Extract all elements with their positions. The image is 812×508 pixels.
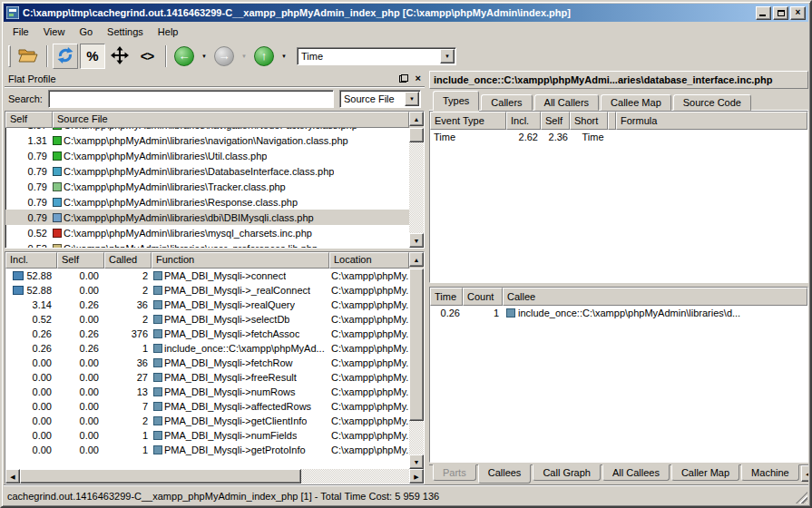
tab-all-callers[interactable]: All Callers [534, 94, 600, 111]
menu-settings[interactable]: Settings [100, 24, 151, 40]
file-row[interactable]: 0.79C:\xampp\phpMyAdmin\libraries\Util.c… [5, 148, 409, 163]
function-row[interactable]: 52.880.002PMA_DBI_Mysqli->connectC:\xamp… [5, 269, 409, 283]
up-dropdown[interactable]: ▼ [279, 46, 289, 66]
scrollbar-thumb[interactable] [20, 469, 301, 484]
open-file-button[interactable] [15, 44, 41, 69]
cell-self: 0.00 [57, 285, 104, 296]
column-header-function[interactable]: Function [152, 252, 329, 269]
scroll-left-button[interactable]: ◀ [5, 469, 20, 484]
menu-file[interactable]: File [5, 24, 36, 40]
tab-parts[interactable]: Parts [433, 464, 476, 481]
function-row[interactable]: 0.000.001PMA_DBI_Mysqli->numFieldsC:\xam… [5, 428, 409, 443]
grouping-combo[interactable]: Source File ▼ [339, 90, 421, 108]
column-header-time[interactable]: Time [430, 288, 463, 306]
callee-row[interactable]: 0.261include_once::C:\xampp\phpMyAdmin\l… [430, 306, 807, 320]
column-header-formula[interactable]: Formula [616, 112, 807, 130]
file-row[interactable]: 0.52C:\xampp\phpMyAdmin\libraries\user_p… [5, 240, 409, 248]
function-row[interactable]: 0.000.0027PMA_DBI_Mysqli->freeResultC:\x… [5, 370, 409, 385]
tab-callees[interactable]: Callees [478, 464, 532, 484]
event-type-row[interactable]: Time2.622.36Time [430, 130, 807, 144]
back-dropdown[interactable]: ▼ [199, 46, 210, 66]
function-row[interactable]: 52.880.002PMA_DBI_Mysqli->_realConnectC:… [5, 283, 409, 298]
column-header-callee[interactable]: Callee [503, 288, 807, 306]
column-header-incl[interactable]: Incl. [5, 252, 57, 269]
column-header-called[interactable]: Called [104, 252, 152, 269]
close-dock-icon[interactable]: × [416, 73, 421, 83]
scroll-down-button[interactable]: ▼ [409, 454, 424, 469]
cell-called: 7 [104, 401, 152, 412]
function-row[interactable]: 0.000.002PMA_DBI_Mysqli->getClientInfoC:… [5, 414, 409, 428]
horizontal-scrollbar[interactable]: ◀ ▶ [5, 469, 424, 484]
tab-callee-map[interactable]: Callee Map [601, 94, 671, 111]
function-row[interactable]: 3.140.2636PMA_DBI_Mysqli->realQueryC:\xa… [5, 298, 409, 312]
column-header-self[interactable]: Self [5, 112, 53, 128]
reload-button[interactable] [53, 44, 78, 69]
cell-self: 0.00 [57, 415, 104, 426]
maximize-button[interactable] [773, 6, 788, 20]
column-header-incl[interactable]: Incl. [506, 112, 541, 130]
function-row[interactable]: 0.000.0013PMA_DBI_Mysqli->numRowsC:\xamp… [5, 385, 409, 399]
cycle-detection-button[interactable]: <> [134, 44, 160, 69]
column-header-location[interactable]: Location [329, 252, 409, 269]
vertical-scrollbar[interactable]: ▼ [409, 269, 424, 469]
float-dock-icon[interactable] [399, 74, 408, 83]
scrollbar-thumb[interactable] [409, 128, 424, 142]
tab-scroll-left-button[interactable]: ◀ [801, 465, 808, 482]
menu-view[interactable]: View [36, 24, 73, 40]
function-row[interactable]: 0.000.007PMA_DBI_Mysqli->affectedRowsC:\… [5, 399, 409, 414]
column-header-self[interactable]: Self [541, 112, 570, 130]
minimize-button[interactable] [756, 6, 771, 20]
column-header-self[interactable]: Self [57, 252, 104, 269]
file-row[interactable]: 0.79C:\xampp\phpMyAdmin\libraries\dbi\DB… [5, 210, 409, 225]
cell-called: 13 [104, 386, 152, 397]
scroll-up-button[interactable]: ▲ [409, 252, 424, 267]
event-type-combo[interactable]: Time ▼ [297, 47, 456, 65]
up-button[interactable]: ↑ [251, 44, 277, 69]
tab-types[interactable]: Types [433, 91, 479, 111]
scroll-up-button[interactable]: ▲ [409, 112, 424, 126]
tab-all-callees[interactable]: All Callees [602, 464, 670, 481]
file-row[interactable]: 1.31C:\xampp\phpMyAdmin\libraries\naviga… [5, 132, 409, 148]
resize-grip-icon[interactable] [796, 492, 807, 503]
forward-button[interactable]: → [211, 44, 237, 69]
tab-call-graph[interactable]: Call Graph [533, 464, 601, 481]
toolbar-handle[interactable] [8, 45, 11, 67]
combo-dropdown-button[interactable]: ▼ [440, 49, 455, 64]
file-row[interactable]: 0.79C:\xampp\phpMyAdmin\libraries\Respon… [5, 194, 409, 210]
function-row[interactable]: 0.000.0036PMA_DBI_Mysqli->fetchRowC:\xam… [5, 356, 409, 370]
scroll-down-button[interactable]: ▼ [409, 233, 424, 248]
forward-dropdown[interactable]: ▼ [239, 46, 249, 66]
scroll-right-button[interactable]: ▶ [409, 469, 424, 484]
scrollbar-thumb[interactable] [409, 269, 424, 421]
file-row[interactable]: 0.52C:\xampp\phpMyAdmin\libraries\mysql_… [5, 225, 409, 240]
function-row[interactable]: 0.260.261include_once::C:\xampp\phpMyAd.… [5, 341, 409, 356]
back-button[interactable]: ← [171, 44, 197, 69]
menu-help[interactable]: Help [151, 24, 186, 40]
menu-go[interactable]: Go [72, 24, 100, 40]
column-header-source-file[interactable]: Source File [53, 112, 409, 128]
combo-dropdown-button[interactable]: ▼ [405, 92, 419, 106]
file-group-icon [53, 167, 62, 176]
function-name: PMA_DBI_Mysqli->freeResult [164, 372, 297, 383]
cell-count: 1 [463, 308, 503, 318]
tab-callers[interactable]: Callers [481, 94, 532, 111]
search-input[interactable] [48, 90, 334, 108]
close-button[interactable]: × [790, 6, 806, 20]
column-header-count[interactable]: Count [463, 288, 503, 306]
column-header-event-type[interactable]: Event Type [430, 112, 506, 130]
relative-percent-button[interactable]: % [80, 44, 105, 69]
function-row[interactable]: 0.000.001PMA_DBI_Mysqli->getProtoInfoC:\… [5, 443, 409, 457]
tab-source-code[interactable]: Source Code [673, 94, 751, 111]
column-header-short[interactable]: Short [570, 112, 608, 130]
expand-all-button[interactable] [107, 44, 132, 69]
cell-called: 2 [104, 314, 152, 325]
title-bar[interactable]: C:\xampp\tmp\cachegrind.out.1416463299-C… [4, 4, 808, 22]
file-row[interactable]: 0.79C:\xampp\phpMyAdmin\libraries\Tracke… [5, 179, 409, 194]
tab-caller-map[interactable]: Caller Map [671, 464, 739, 481]
function-row[interactable]: 0.520.002PMA_DBI_Mysqli->selectDbC:\xamp… [5, 312, 409, 327]
vertical-scrollbar[interactable]: ▼ [409, 128, 424, 248]
file-row[interactable]: 0.79C:\xampp\phpMyAdmin\libraries\Databa… [5, 163, 409, 179]
tab-machine[interactable]: Machine [741, 464, 799, 481]
flat-profile-dock-titlebar[interactable]: Flat Profile × [5, 71, 425, 87]
function-row[interactable]: 0.260.26376PMA_DBI_Mysqli->fetchAssocC:\… [5, 327, 409, 341]
